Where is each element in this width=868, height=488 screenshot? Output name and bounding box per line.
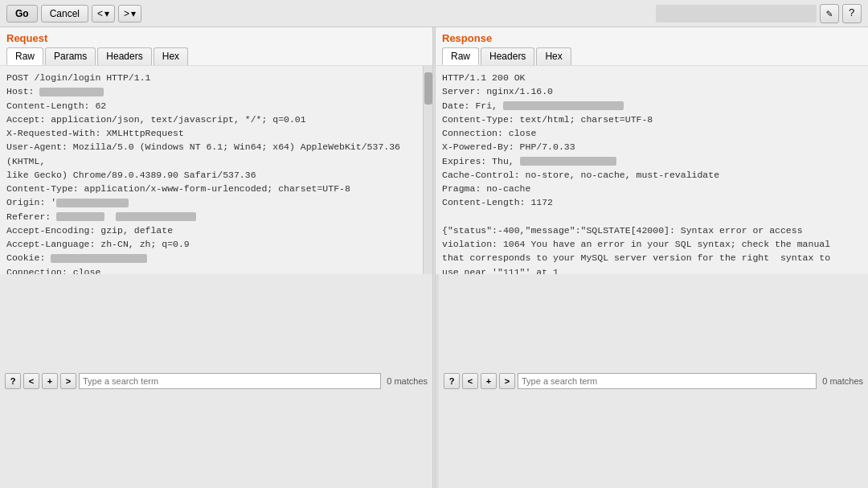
edit-icon-button[interactable]: ✎	[820, 4, 839, 23]
resp-line-2: Server: nginx/1.16.0	[442, 86, 553, 96]
request-line-10: Referer:	[6, 211, 196, 222]
tab-request-params[interactable]: Params	[45, 47, 96, 65]
response-prev-btn[interactable]: <	[462, 373, 478, 389]
request-add-btn[interactable]: +	[42, 373, 58, 389]
request-line-3: Content-Length: 62	[6, 100, 106, 111]
request-scroll-thumb	[424, 72, 432, 105]
response-matches-label: 0 matches	[822, 376, 863, 386]
request-line-8: Content-Type: application/x-www-form-url…	[6, 183, 350, 194]
request-line-12: Accept-Language: zh-CN, zh; q=0.9	[6, 239, 190, 249]
back-button[interactable]: < ▾	[92, 5, 115, 23]
response-body[interactable]: HTTP/1.1 200 OK Server: nginx/1.16.0 Dat…	[436, 66, 868, 274]
edit-icon: ✎	[826, 7, 833, 20]
tab-request-hex[interactable]: Hex	[154, 47, 188, 65]
tab-request-raw[interactable]: Raw	[6, 47, 43, 65]
help-icon-button[interactable]: ?	[842, 4, 862, 23]
tab-response-hex[interactable]: Hex	[536, 47, 571, 65]
request-line-4: Accept: application/json, text/javascrip…	[6, 114, 306, 125]
request-help-btn[interactable]: ?	[5, 373, 21, 389]
forward-dropdown-icon: ▾	[131, 8, 136, 19]
request-text: POST /login/login HTTP/1.1 Host: Content…	[6, 71, 416, 274]
response-add-btn[interactable]: +	[481, 373, 497, 389]
request-next-btn[interactable]: >	[60, 373, 76, 389]
forward-button[interactable]: > ▾	[118, 5, 141, 23]
resp-line-7: Expires: Thu,	[442, 156, 616, 166]
request-line-9: Origin: '	[6, 197, 129, 207]
response-tabs: Raw Headers Hex	[442, 47, 862, 65]
help-icon: ?	[849, 7, 855, 19]
main-toolbar: Go Cancel < ▾ > ▾ ✎ ?	[0, 0, 868, 27]
request-line-11: Accept-Encoding: gzip, deflate	[6, 225, 173, 236]
resp-line-3: Date: Fri,	[442, 100, 624, 111]
resp-line-10: Content-Length: 1172	[442, 197, 553, 207]
response-next-btn[interactable]: >	[499, 373, 515, 389]
response-help-btn[interactable]: ?	[444, 373, 460, 389]
resp-line-9: Pragma: no-cache	[442, 183, 530, 194]
response-content-row: HTTP/1.1 200 OK Server: nginx/1.16.0 Dat…	[436, 66, 868, 274]
request-line-14: Connection: close	[6, 267, 100, 274]
response-title: Response	[442, 32, 862, 44]
response-bottom-bar: ? < + > 0 matches	[436, 274, 868, 489]
resp-line-5: Connection: close	[442, 128, 536, 138]
request-panel-wrapper: Request Raw Params Headers Hex POST /log…	[0, 27, 432, 488]
request-content-row: POST /login/login HTTP/1.1 Host: Content…	[0, 66, 432, 274]
tab-request-headers[interactable]: Headers	[97, 47, 151, 65]
response-text: HTTP/1.1 200 OK Server: nginx/1.16.0 Dat…	[442, 71, 862, 274]
request-panel-header: Request Raw Params Headers Hex	[0, 27, 432, 66]
main-body: Request Raw Params Headers Hex POST /log…	[0, 27, 868, 488]
request-search-input[interactable]	[79, 373, 381, 389]
go-button[interactable]: Go	[6, 5, 38, 23]
request-body[interactable]: POST /login/login HTTP/1.1 Host: Content…	[0, 66, 423, 274]
request-prev-btn[interactable]: <	[23, 373, 39, 389]
request-title: Request	[6, 32, 426, 44]
request-scrollbar[interactable]	[423, 66, 432, 274]
tab-response-headers[interactable]: Headers	[481, 47, 534, 65]
resp-line-1: HTTP/1.1 200 OK	[442, 72, 526, 83]
resp-line-8: Cache-Control: no-store, no-cache, must-…	[442, 170, 719, 180]
tab-response-raw[interactable]: Raw	[442, 47, 479, 65]
toolbar-right: ✎ ?	[656, 4, 862, 23]
back-icon: <	[97, 8, 103, 19]
resp-line-6: X-Powered-By: PHP/7.0.33	[442, 141, 575, 152]
request-tabs: Raw Params Headers Hex	[6, 47, 426, 65]
request-line-1: POST /login/login HTTP/1.1	[6, 72, 150, 83]
response-panel-wrapper: Response Raw Headers Hex HTTP/1.1 200 OK…	[436, 27, 868, 488]
request-line-5: X-Requested-With: XMLHttpRequest	[6, 128, 184, 138]
back-dropdown-icon: ▾	[104, 8, 109, 19]
cancel-button[interactable]: Cancel	[41, 5, 88, 23]
request-bottom-bar: ? < + > 0 matches	[0, 274, 432, 489]
response-search-input[interactable]	[518, 373, 817, 389]
request-line-13: Cookie:	[6, 252, 147, 263]
request-line-2: Host:	[6, 86, 104, 96]
request-matches-label: 0 matches	[387, 376, 428, 386]
toolbar-search-box	[656, 5, 817, 23]
request-line-7: like Gecko) Chrome/89.0.4389.90 Safari/5…	[6, 170, 256, 180]
response-panel-header: Response Raw Headers Hex	[436, 27, 868, 66]
resp-json: {"status":-400,"message":"SQLSTATE[42000…	[442, 225, 830, 274]
forward-icon: >	[124, 8, 129, 19]
resp-line-4: Content-Type: text/html; charset=UTF-8	[442, 114, 653, 125]
request-line-6: User-Agent: Mozilla/5.0 (Windows NT 6.1;…	[6, 141, 406, 166]
